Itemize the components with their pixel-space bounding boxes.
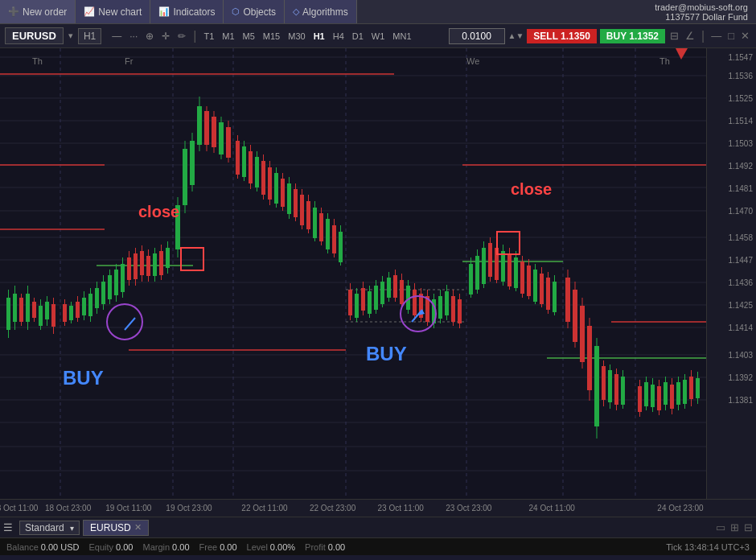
new-chart-button[interactable]: 📈 New chart (76, 0, 150, 23)
crosshair-btn[interactable]: ✛ (159, 31, 172, 42)
time-label: 23 Oct 23:00 (446, 504, 491, 513)
price-tick: 1.1381 (728, 395, 753, 404)
balance-item: Balance 0.00 USD (6, 542, 79, 552)
tf-h1[interactable]: H1 (311, 31, 327, 42)
symbol-selector[interactable]: EURUSD (5, 27, 64, 44)
price-step-input[interactable]: 0.0100 (449, 28, 505, 44)
time-label: 23 Oct 11:00 (378, 504, 424, 513)
price-tick: 1.1447 (728, 256, 753, 265)
svg-marker-30 (676, 48, 688, 60)
svg-text:We: We (466, 56, 479, 66)
tf-mn1[interactable]: MN1 (390, 31, 413, 42)
close-window-icon[interactable]: ✕ (739, 30, 751, 42)
chart-controls: — ··· ⊕ ✛ ✏ | T1 M1 M5 M15 M30 H1 H4 D1 … (109, 29, 413, 43)
svg-point-244 (107, 304, 142, 340)
equity-item: Equity 0.00 (88, 542, 133, 552)
level-label: Level (247, 542, 268, 552)
price-tick: 1.1414 (728, 323, 753, 332)
timeframe-selector[interactable]: H1 (78, 28, 101, 44)
svg-line-248 (125, 318, 135, 330)
free-label: Free (199, 542, 218, 552)
tick-label: Tick (666, 542, 682, 552)
user-info: trader@mobius-soft.org 1137577 Dollar Fu… (647, 2, 756, 22)
tab-grid4-icon[interactable]: ⊟ (744, 521, 753, 533)
draw-icon[interactable]: ∠ (684, 30, 696, 42)
profit-item: Profit 0.00 (305, 542, 345, 552)
sell-button[interactable]: SELL 1.1350 (527, 29, 597, 43)
tf-d1[interactable]: D1 (350, 31, 366, 42)
new-order-button[interactable]: ➕ New order (0, 0, 76, 23)
buy-button[interactable]: BUY 1.1352 (600, 29, 665, 43)
min-icon[interactable]: — (709, 30, 723, 42)
level-value: 0.00% (270, 542, 295, 552)
hamburger-icon[interactable]: ☰ (3, 521, 13, 533)
balance-value: 0.00 USD (41, 542, 80, 552)
price-tick: 1.1547 (728, 53, 753, 62)
indicators-button[interactable]: 📊 Indicators (150, 0, 224, 23)
eurusd-tab[interactable]: EURUSD ✕ (83, 520, 149, 536)
new-order-icon: ➕ (8, 6, 19, 17)
price-tick: 1.1481 (728, 183, 753, 192)
profit-value: 0.00 (328, 542, 345, 552)
equity-label: Equity (88, 542, 113, 552)
free-item: Free 0.00 (199, 542, 237, 552)
algorithms-button[interactable]: ◇ Algorithms (285, 0, 357, 23)
profit-label: Profit (305, 542, 326, 552)
tab-grid2-icon[interactable]: ⊞ (730, 521, 739, 533)
pen-btn[interactable]: ✏ (175, 31, 188, 42)
max-icon[interactable]: □ (726, 30, 736, 42)
template-icon[interactable]: ⊟ (668, 30, 680, 42)
time-label: 22 Oct 23:00 (310, 504, 355, 513)
buy-label: BUY (606, 31, 627, 42)
svg-text:close: close (138, 203, 179, 220)
price-axis: 1.1547 1.1536 1.1525 1.1514 1.1503 1.149… (706, 48, 756, 499)
algorithms-label: Algorithms (302, 6, 348, 18)
profile-selector[interactable]: Standard ▾ (19, 521, 80, 535)
price-tick: 1.1392 (728, 373, 753, 381)
profile-arrow: ▾ (70, 524, 74, 533)
indicators-icon: 📊 (158, 6, 170, 17)
svg-text:Th: Th (659, 56, 670, 66)
tf-m5[interactable]: M5 (240, 31, 257, 42)
tf-m1[interactable]: M1 (220, 31, 236, 42)
tick-value: 13:48:14 UTC+3 (684, 542, 750, 552)
tf-t1[interactable]: T1 (201, 31, 216, 42)
symbol-arrow: ▾ (68, 31, 73, 41)
time-label: 22 Oct 11:00 (241, 504, 287, 513)
time-axis: 18 Oct 11:00 18 Oct 23:00 19 Oct 11:00 1… (0, 499, 756, 517)
algorithms-icon: ◇ (293, 6, 299, 17)
tab-close-btn[interactable]: ✕ (134, 522, 142, 533)
sell-label: SELL (533, 31, 557, 42)
tf-m30[interactable]: M30 (286, 31, 307, 42)
chart-svg: Th Fr We Th (0, 48, 706, 499)
tf-h4[interactable]: H4 (331, 31, 347, 42)
price-step-arrows[interactable]: ▲▼ (508, 31, 524, 40)
equity-value: 0.00 (116, 542, 133, 552)
profile-label: Standard (25, 522, 64, 533)
margin-label: Margin (142, 542, 170, 552)
svg-text:close: close (511, 180, 552, 198)
balance-label: Balance (6, 542, 39, 552)
tab-icons: ▭ ⊞ ⊟ (716, 521, 753, 533)
dots-btn[interactable]: ··· (127, 31, 140, 42)
time-label: 24 Oct 23:00 (657, 504, 703, 513)
price-tick: 1.1503 (728, 138, 753, 147)
chart-header: EURUSD ▾ H1 — ··· ⊕ ✛ ✏ | T1 M1 M5 M15 M… (0, 24, 756, 48)
objects-icon: ⬡ (232, 6, 240, 17)
price-tick: 1.1436 (728, 278, 753, 287)
footer-status: Balance 0.00 USD Equity 0.00 Margin 0.00… (0, 537, 756, 555)
svg-text:BUY: BUY (366, 343, 407, 364)
tf-m15[interactable]: M15 (261, 31, 282, 42)
price-tick: 1.1525 (728, 93, 753, 102)
objects-button[interactable]: ⬡ Objects (224, 0, 285, 23)
zoom-in-btn[interactable]: ⊕ (143, 31, 156, 42)
price-tick: 1.1425 (728, 301, 753, 310)
tab-tile-icon[interactable]: ▭ (716, 521, 725, 533)
time-label: 19 Oct 11:00 (105, 504, 151, 513)
time-label: 24 Oct 11:00 (529, 504, 575, 513)
account-balance: 1137577 Dollar Fund (655, 12, 748, 22)
zoom-out-btn[interactable]: — (109, 31, 124, 42)
indicators-label: Indicators (173, 6, 215, 18)
tf-w1[interactable]: W1 (369, 31, 388, 42)
objects-label: Objects (243, 6, 276, 18)
